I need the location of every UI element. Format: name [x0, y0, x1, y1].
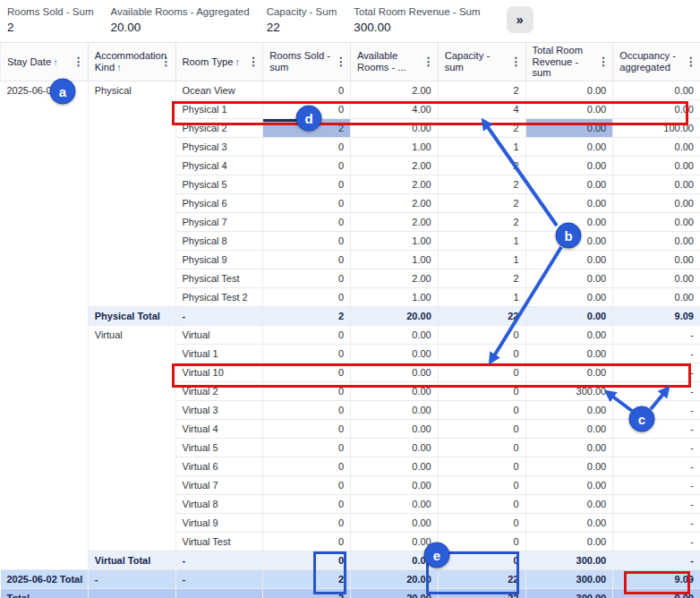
available-rooms-cell[interactable]: 0.00 — [351, 513, 439, 532]
capacity-cell[interactable]: 2 — [438, 212, 525, 231]
column-menu-icon[interactable]: ⋮ — [686, 56, 697, 68]
available-rooms-cell[interactable]: 0.00 — [351, 438, 439, 457]
revenue-cell[interactable]: 0.00 — [525, 269, 613, 287]
room-type-cell[interactable]: Physical 5 — [175, 175, 263, 193]
rooms-sold-cell[interactable]: 0 — [263, 532, 351, 551]
room-type-cell[interactable]: Virtual 4 — [175, 419, 263, 438]
revenue-cell[interactable]: 0.00 — [525, 306, 613, 325]
rooms-sold-cell[interactable]: 0 — [263, 457, 351, 475]
revenue-cell[interactable]: 0.00 — [525, 81, 613, 99]
room-type-cell[interactable]: Virtual 3 — [175, 400, 263, 419]
capacity-cell[interactable]: 2 — [438, 156, 525, 175]
rooms-sold-cell[interactable]: 0 — [263, 269, 351, 287]
rooms-sold-cell[interactable]: 0 — [263, 475, 351, 494]
column-menu-icon[interactable]: ⋮ — [248, 56, 260, 68]
available-rooms-cell[interactable]: 2.00 — [351, 269, 439, 287]
accommodation-kind-cell[interactable]: - — [88, 588, 175, 598]
revenue-cell[interactable]: 0.00 — [525, 438, 613, 457]
rooms-sold-cell[interactable]: 0 — [263, 137, 351, 156]
column-header-occupancy[interactable]: Occupancy - aggregated⋮ — [613, 43, 700, 81]
available-rooms-cell[interactable]: 1.00 — [351, 287, 439, 306]
capacity-cell[interactable]: 0 — [438, 400, 525, 419]
revenue-cell[interactable]: 0.00 — [525, 118, 613, 137]
occupancy-cell[interactable]: 9.09 — [613, 588, 700, 598]
revenue-cell[interactable]: 0.00 — [525, 99, 613, 118]
room-type-cell[interactable]: Virtual 1 — [175, 344, 263, 363]
occupancy-cell[interactable]: 0.00 — [613, 175, 700, 193]
capacity-cell[interactable]: 0 — [438, 381, 525, 400]
occupancy-cell[interactable]: 9.09 — [613, 306, 700, 325]
available-rooms-cell[interactable]: 4.00 — [351, 99, 439, 118]
room-type-cell[interactable]: Virtual — [175, 325, 263, 344]
capacity-cell[interactable]: 0 — [438, 532, 525, 551]
column-header-room-type[interactable]: Room Type↑⋮ — [175, 43, 263, 81]
rooms-sold-cell[interactable]: 0 — [263, 287, 351, 306]
room-type-cell[interactable]: - — [175, 306, 263, 325]
accommodation-kind-cell[interactable]: Virtual — [88, 325, 175, 551]
available-rooms-cell[interactable]: 20.00 — [351, 588, 439, 598]
available-rooms-cell[interactable]: 2.00 — [351, 81, 439, 99]
available-rooms-cell[interactable]: 2.00 — [351, 212, 439, 231]
revenue-cell[interactable]: 0.00 — [525, 344, 613, 363]
stay-date-total-cell[interactable]: Total — [1, 588, 89, 598]
occupancy-cell[interactable]: - — [613, 532, 700, 551]
room-type-cell[interactable]: Virtual 2 — [175, 381, 263, 400]
available-rooms-cell[interactable]: 0.00 — [351, 551, 439, 569]
rooms-sold-cell[interactable]: 2 — [263, 588, 351, 598]
room-type-cell[interactable]: Virtual 8 — [175, 494, 263, 513]
occupancy-cell[interactable]: 0.00 — [613, 231, 700, 250]
available-rooms-cell[interactable]: 2.00 — [351, 175, 439, 193]
rooms-sold-cell[interactable]: 0 — [263, 231, 351, 250]
column-menu-icon[interactable]: ⋮ — [336, 56, 347, 68]
capacity-cell[interactable]: 22 — [438, 569, 525, 588]
capacity-cell[interactable]: 2 — [438, 193, 525, 212]
capacity-cell[interactable]: 1 — [438, 137, 525, 156]
room-type-cell[interactable]: - — [175, 588, 263, 598]
rooms-sold-cell[interactable]: 2 — [263, 569, 351, 588]
revenue-cell[interactable]: 0.00 — [525, 513, 613, 532]
capacity-cell[interactable]: 0 — [438, 551, 525, 569]
stay-date-cell[interactable]: 2025-06-02 — [1, 81, 89, 569]
revenue-cell[interactable]: 0.00 — [525, 475, 613, 494]
revenue-cell[interactable]: 0.00 — [525, 325, 613, 344]
room-type-cell[interactable]: - — [175, 551, 263, 569]
occupancy-cell[interactable]: - — [613, 438, 700, 457]
occupancy-cell[interactable]: 0.00 — [613, 81, 700, 99]
column-header-capacity[interactable]: Capacity - sum⋮ — [438, 43, 525, 81]
revenue-cell[interactable]: 0.00 — [525, 419, 613, 438]
available-rooms-cell[interactable]: 0.00 — [351, 118, 439, 137]
occupancy-cell[interactable]: - — [613, 475, 700, 494]
column-header-stay-date[interactable]: Stay Date↑⋮ — [1, 43, 89, 81]
rooms-sold-cell[interactable]: 0 — [263, 212, 351, 231]
revenue-cell[interactable]: 0.00 — [525, 532, 613, 551]
room-type-cell[interactable]: Virtual 6 — [175, 457, 263, 475]
available-rooms-cell[interactable]: 0.00 — [351, 344, 439, 363]
revenue-cell[interactable]: 300.00 — [525, 569, 613, 588]
revenue-cell[interactable]: 0.00 — [525, 494, 613, 513]
capacity-cell[interactable]: 0 — [438, 494, 525, 513]
room-type-cell[interactable]: Virtual 7 — [175, 475, 263, 494]
available-rooms-cell[interactable]: 0.00 — [351, 363, 439, 381]
room-type-cell[interactable]: Physical Test 2 — [175, 287, 263, 306]
column-header-available-rooms[interactable]: Available Rooms - ...⋮ — [351, 43, 439, 81]
column-header-rooms-sold[interactable]: Rooms Sold - sum⋮ — [263, 43, 351, 81]
occupancy-cell[interactable]: 0.00 — [613, 156, 700, 175]
accommodation-kind-cell[interactable]: Physical — [88, 81, 175, 306]
occupancy-cell[interactable]: - — [613, 419, 700, 438]
occupancy-cell[interactable]: 0.00 — [613, 287, 700, 306]
rooms-sold-cell[interactable]: 0 — [263, 156, 351, 175]
revenue-cell[interactable]: 0.00 — [525, 287, 613, 306]
rooms-sold-cell[interactable]: 0 — [263, 344, 351, 363]
capacity-cell[interactable]: 22 — [438, 306, 525, 325]
room-type-cell[interactable]: Virtual 5 — [175, 438, 263, 457]
occupancy-cell[interactable]: - — [613, 325, 700, 344]
capacity-cell[interactable]: 0 — [438, 438, 525, 457]
room-type-cell[interactable]: Physical 9 — [175, 250, 263, 269]
occupancy-cell[interactable]: - — [613, 494, 700, 513]
room-type-cell[interactable]: Physical 3 — [175, 137, 263, 156]
capacity-cell[interactable]: 0 — [438, 513, 525, 532]
capacity-cell[interactable]: 4 — [438, 99, 525, 118]
capacity-cell[interactable]: 0 — [438, 457, 525, 475]
room-type-cell[interactable]: Physical Test — [175, 269, 263, 287]
rooms-sold-cell[interactable]: 0 — [263, 494, 351, 513]
